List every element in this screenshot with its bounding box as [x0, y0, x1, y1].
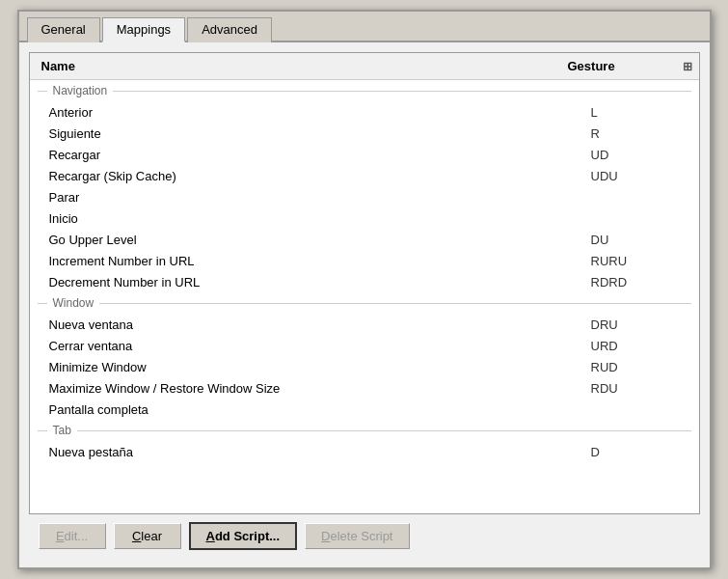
table-row[interactable]: Inicio — [30, 207, 699, 229]
section-tab: Tab — [30, 420, 699, 441]
table-row[interactable]: Cerrar ventana URD — [30, 335, 699, 356]
table-header: Name Gesture ⊞ — [30, 53, 699, 80]
edit-button[interactable]: Edit... — [39, 523, 106, 549]
table-row[interactable]: Nueva ventana DRU — [30, 314, 699, 335]
table-row[interactable]: Anterior L — [30, 101, 699, 123]
table-row[interactable]: Nueva pestaña D — [30, 441, 699, 462]
footer: Edit... Clear Add Script... Delete Scrip… — [29, 514, 700, 558]
sort-icon[interactable]: ⊞ — [676, 60, 699, 73]
tab-general[interactable]: General — [27, 17, 100, 42]
table-row[interactable]: Maximize Window / Restore Window Size RD… — [30, 377, 699, 399]
content-area: Name Gesture ⊞ Navigation Anterior L Sig… — [19, 42, 710, 567]
delete-script-button[interactable]: Delete Script — [305, 523, 409, 549]
section-window: Window — [30, 292, 699, 314]
clear-button[interactable]: Clear — [114, 523, 181, 549]
table-row[interactable]: Siguiente R — [30, 123, 699, 144]
add-script-button[interactable]: Add Script... — [189, 522, 298, 550]
table-row[interactable]: Recargar UD — [30, 144, 699, 165]
table-row[interactable]: Recargar (Skip Cache) UDU — [30, 165, 699, 186]
col-header-name: Name — [30, 59, 560, 73]
col-header-gesture: Gesture — [560, 59, 676, 73]
table-body: Navigation Anterior L Siguiente R Recarg… — [30, 80, 699, 513]
tab-mappings[interactable]: Mappings — [102, 17, 185, 42]
table-row[interactable]: Pantalla completa — [30, 399, 699, 420]
section-navigation: Navigation — [30, 80, 699, 101]
tab-bar: General Mappings Advanced — [19, 12, 710, 42]
dialog: General Mappings Advanced Name Gesture ⊞… — [17, 10, 712, 569]
table-row[interactable]: Decrement Number in URL RDRD — [30, 271, 699, 292]
table-row[interactable]: Go Upper Level DU — [30, 229, 699, 250]
mappings-table: Name Gesture ⊞ Navigation Anterior L Sig… — [29, 52, 700, 514]
table-row[interactable]: Parar — [30, 186, 699, 207]
table-row[interactable]: Increment Number in URL RURU — [30, 250, 699, 271]
tab-advanced[interactable]: Advanced — [187, 17, 272, 42]
table-row[interactable]: Minimize Window RUD — [30, 356, 699, 377]
